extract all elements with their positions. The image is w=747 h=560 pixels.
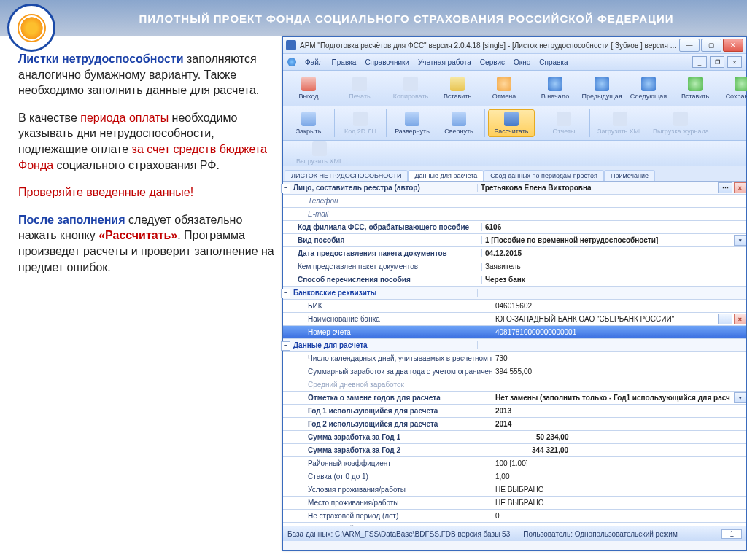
- menubar: Файл Правка Справочники Учетная работа С…: [283, 54, 746, 71]
- save-button[interactable]: Сохранить: [719, 75, 747, 101]
- row-calcdata[interactable]: −Данные для расчета: [283, 339, 746, 352]
- mdi-close-button[interactable]: ×: [727, 56, 742, 68]
- menu-window[interactable]: Окно: [514, 58, 530, 66]
- row-author[interactable]: −Лицо, составитель реестра (автор) Треть…: [283, 182, 746, 195]
- clear-button[interactable]: ×: [734, 182, 746, 193]
- toolbar-tertiary: Выгрузить XML: [283, 141, 746, 166]
- row-noninsyrs[interactable]: Не страховой период (лет)0: [283, 510, 746, 523]
- tab-calcdata[interactable]: Данные для расчета: [408, 170, 484, 181]
- insert-button[interactable]: Вставить: [673, 75, 718, 101]
- close-button[interactable]: ✕: [723, 39, 743, 52]
- row-livcond[interactable]: Условия проживания/работыНЕ ВЫБРАНО: [283, 483, 746, 497]
- barcode-icon: [353, 112, 368, 126]
- calculate-button[interactable]: Рассчитать: [488, 109, 535, 137]
- row-bankreq[interactable]: −Банковские реквизиты: [283, 287, 746, 300]
- cancel-button[interactable]: Отмена: [481, 75, 527, 101]
- paste-button[interactable]: Вставить: [435, 75, 480, 101]
- mdi-minimize-button[interactable]: _: [692, 56, 707, 68]
- first-button[interactable]: В начало: [533, 75, 578, 101]
- prev-icon: [595, 77, 609, 91]
- row-bankname[interactable]: Наименование банкаЮГО-ЗАПАДНЫЙ БАНК ОАО …: [283, 313, 746, 326]
- menu-file[interactable]: Файл: [305, 58, 323, 66]
- menu-help[interactable]: Справка: [539, 58, 568, 66]
- exit-button[interactable]: Выход: [286, 75, 331, 101]
- mdi-restore-button[interactable]: ❐: [710, 56, 724, 68]
- row-regional[interactable]: Районный коэффициент100 [1.00]: [283, 457, 746, 470]
- menu-ref[interactable]: Справочники: [365, 58, 409, 66]
- reports-button[interactable]: Отчеты: [541, 110, 587, 136]
- menu-edit[interactable]: Правка: [332, 58, 357, 66]
- expand-icon: [405, 112, 419, 126]
- app-window: АРМ "Подготовка расчётов для ФСС" версия…: [282, 36, 747, 551]
- row-yearreplace[interactable]: Отметка о замене годов для расчетаНет за…: [283, 392, 746, 405]
- collapse-icon[interactable]: −: [283, 341, 290, 349]
- explanatory-text: Листки нетрудоспособности заполняются ан…: [0, 36, 282, 551]
- ellipsis-button[interactable]: ⋯: [718, 314, 732, 324]
- calculator-icon: [504, 112, 519, 126]
- row-year1[interactable]: Год 1 использующийся для расчета2013: [283, 405, 746, 418]
- paste-icon: [450, 77, 465, 91]
- collapse-icon: [452, 112, 466, 126]
- collapse-button[interactable]: Свернуть: [436, 110, 481, 136]
- ellipsis-button[interactable]: ⋯: [718, 182, 732, 193]
- maximize-button[interactable]: ▢: [701, 39, 721, 52]
- dropdown-icon[interactable]: ▾: [734, 392, 746, 403]
- collapse-icon[interactable]: −: [283, 289, 290, 297]
- row-sum2[interactable]: Сумма заработка за Год 2344 321,00: [283, 444, 746, 457]
- row-docdate[interactable]: Дата предоставления пакета документов04.…: [283, 247, 746, 260]
- row-presented-by[interactable]: Кем представлен пакет документовЗаявител…: [283, 260, 746, 273]
- statusbar: База данных: C:\ARM_FSS\DataBase\BDFSS.F…: [283, 526, 746, 541]
- row-account[interactable]: Номер счета40817810000000000001: [283, 326, 746, 339]
- row-rate[interactable]: Ставка (от 0 до 1)1,00: [283, 470, 746, 483]
- row-noninsmon[interactable]: Не страховой период (мес.)0: [283, 523, 746, 526]
- tab-downtime[interactable]: Свод данных по периодам простоя: [484, 170, 604, 181]
- plus-icon: [688, 77, 703, 91]
- collapse-icon[interactable]: −: [283, 184, 290, 192]
- next-button[interactable]: Следующая: [626, 75, 671, 101]
- tab-sicklist[interactable]: ЛИСТОК НЕТРУДОСПОСОБНОСТИ: [285, 170, 408, 181]
- exportxml-button[interactable]: Выгрузить XML: [286, 140, 353, 166]
- row-benefit-type[interactable]: Вид пособия1 [Пособие по временной нетру…: [283, 234, 746, 247]
- next-icon: [641, 77, 656, 91]
- exit-icon: [301, 77, 316, 91]
- row-email[interactable]: E-mail: [283, 208, 746, 221]
- row-pay-method[interactable]: Способ перечисления пособияЧерез банк: [283, 273, 746, 287]
- logexport-button[interactable]: Выгрузка журнала: [649, 110, 713, 136]
- dropdown-icon[interactable]: ▾: [734, 235, 746, 246]
- row-fsscode[interactable]: Код филиала ФСС, обрабатывающего пособие…: [283, 221, 746, 234]
- first-icon: [548, 77, 562, 91]
- close-doc-button[interactable]: Закрыть: [286, 110, 331, 136]
- door-icon: [301, 112, 316, 126]
- code2d-button[interactable]: Код 2D ЛН: [338, 110, 383, 136]
- undo-icon: [497, 77, 511, 91]
- copy-button[interactable]: Копировать: [388, 75, 433, 101]
- minimize-button[interactable]: —: [679, 39, 700, 52]
- expand-button[interactable]: Развернуть: [390, 110, 435, 136]
- copy-icon: [403, 77, 418, 91]
- titlebar[interactable]: АРМ "Подготовка расчётов для ФСС" версия…: [283, 37, 746, 54]
- loadxml-button[interactable]: Загрузить XML: [593, 110, 647, 136]
- menu-service[interactable]: Сервис: [480, 58, 505, 66]
- clear-button[interactable]: ×: [734, 314, 746, 324]
- status-db: База данных: C:\ARM_FSS\DataBase\BDFSS.F…: [287, 530, 510, 538]
- orb-icon[interactable]: [287, 58, 296, 66]
- print-button[interactable]: Печать: [337, 75, 382, 101]
- export-icon: [673, 112, 688, 126]
- row-sum1[interactable]: Сумма заработка за Год 150 234,00: [283, 431, 746, 444]
- tab-note[interactable]: Примечание: [604, 170, 655, 181]
- row-year2[interactable]: Год 2 использующийся для расчета2014: [283, 418, 746, 431]
- row-avgday[interactable]: Средний дневной заработок: [283, 378, 746, 392]
- row-bik[interactable]: БИК046015602: [283, 300, 746, 313]
- print-icon: [352, 77, 367, 91]
- tab-strip: ЛИСТОК НЕТРУДОСПОСОБНОСТИ Данные для рас…: [283, 166, 746, 182]
- slide-title: ПИЛОТНЫЙ ПРОЕКТ ФОНДА СОЦИАЛЬНОГО СТРАХО…: [0, 0, 747, 36]
- download-icon: [613, 112, 627, 126]
- prev-button[interactable]: Предыдущая: [579, 75, 624, 101]
- report-icon: [557, 112, 571, 126]
- row-phone[interactable]: Телефон: [283, 195, 746, 208]
- row-livplace[interactable]: Место проживания/работыНЕ ВЫБРАНО: [283, 497, 746, 510]
- menu-accounting[interactable]: Учетная работа: [418, 58, 471, 66]
- fss-logo: [7, 4, 55, 52]
- row-sumearn[interactable]: Суммарный заработок за два года с учетом…: [283, 365, 746, 378]
- row-caldays[interactable]: Число календарных дней, учитываемых в ра…: [283, 352, 746, 365]
